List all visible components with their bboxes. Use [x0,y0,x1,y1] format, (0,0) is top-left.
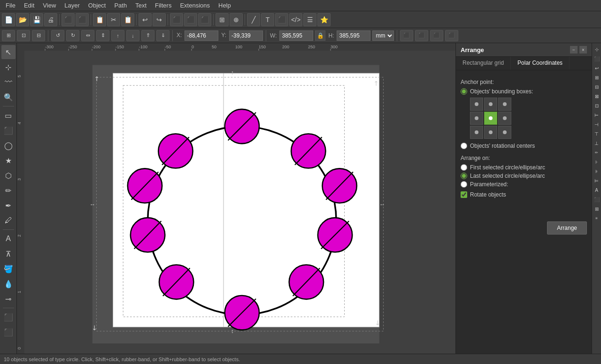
canvas-area[interactable]: -300 -250 -200 -150 -100 -50 0 50 100 15… [17,43,455,354]
anchor-cell-8[interactable] [498,126,511,139]
snap-page-btn[interactable]: ↩ [593,64,601,72]
align-btn[interactable]: ☰ [303,13,316,26]
radio-last[interactable] [461,173,467,179]
radio-rotational-label[interactable]: Objects' rotational centers [470,143,535,149]
radio-rotational[interactable] [461,143,467,149]
raise-top-btn[interactable]: ⇑ [141,30,154,41]
checkbox-rotate-label[interactable]: Rotate objects [470,191,506,198]
export-btn[interactable]: ⬛ [76,13,89,26]
snap-other4-btn[interactable]: ⊣ [593,120,601,129]
rect-tool[interactable]: ▭ [1,108,15,122]
import-btn[interactable]: ⬛ [62,13,75,26]
star-tool[interactable]: ★ [1,153,15,167]
anchor-cell-6[interactable] [470,126,483,139]
text-tool-btn[interactable]: T [261,13,274,26]
menu-text[interactable]: Text [131,1,150,10]
snap-other11-btn[interactable]: A [593,186,601,194]
connector-tool[interactable]: ⊸ [1,292,15,306]
select-all-btn[interactable]: ⊞ [2,30,15,41]
lower-btn[interactable]: ↓ [126,30,139,41]
transform-dialog-btn[interactable]: ⬛ [400,30,413,41]
zoom-page-btn[interactable]: ⬛ [198,13,211,26]
xml-btn[interactable]: </> [289,13,302,26]
polygon-tool[interactable]: ⬡ [1,168,15,182]
lock-aspect-btn[interactable]: 🔒 [315,30,325,41]
tab-rectangular[interactable]: Rectangular grid [456,57,511,70]
node-tool[interactable]: ⊹ [1,60,15,74]
redo-btn[interactable]: ↪ [153,13,166,26]
canvas-content[interactable]: ↖ ↗ ↙ ↘ ↕ ↕ ↔ ↔ [24,51,455,354]
zoom-fit-btn[interactable]: ⬛ [170,13,183,26]
snap-other7-btn[interactable]: ✏ [593,148,601,157]
grid-btn[interactable]: ⊞ [216,13,229,26]
radio-first[interactable] [461,164,467,171]
save-btn[interactable]: 💾 [30,13,43,26]
lower-bot-btn[interactable]: ⇓ [156,30,170,41]
distribute-btn[interactable]: ⬛ [430,30,443,41]
radio-first-label[interactable]: First selected circle/ellipse/arc [470,164,545,171]
anchor-cell-4[interactable] [484,112,497,125]
menu-path[interactable]: Path [110,1,131,10]
menu-filters[interactable]: Filters [151,1,175,10]
menu-file[interactable]: File [2,1,19,10]
anchor-cell-0[interactable] [470,98,483,111]
radio-param[interactable] [461,181,467,188]
raise-btn[interactable]: ↑ [111,30,124,41]
radio-bounding[interactable] [461,88,467,95]
3d-box-tool[interactable]: ⬛ [1,123,15,137]
line-btn[interactable]: ╱ [247,13,260,26]
filter-effects-btn[interactable]: ⭐ [317,13,331,26]
menu-layer[interactable]: Layer [61,1,84,10]
open-btn[interactable]: 📂 [16,13,29,26]
menu-extensions[interactable]: Extensions [176,1,214,10]
menu-edit[interactable]: Edit [20,1,38,10]
measure-btn[interactable]: ⬛ [445,30,458,41]
menu-help[interactable]: Help [215,1,235,10]
cut-btn[interactable]: ✂ [107,13,120,26]
select-same-btn[interactable]: ⊡ [17,30,30,41]
snap-bbox-btn[interactable]: ⬛ [593,54,601,63]
tab-polar[interactable]: Polar Coordinates [511,57,570,70]
snap-other9-btn[interactable]: ⊧ [593,167,601,175]
radio-last-label[interactable]: Last selected circle/ellipse/arc [470,173,545,179]
layers-btn[interactable]: ⬛ [275,13,288,26]
snap-other3-btn[interactable]: ⊢ [593,111,601,119]
circle-tool[interactable]: ◯ [1,138,15,152]
rotate-cw-btn[interactable]: ↻ [66,30,79,41]
anchor-cell-7[interactable] [484,126,497,139]
h-input[interactable] [337,30,370,41]
menu-view[interactable]: View [39,1,60,10]
snap-other5-btn[interactable]: ⊤ [593,129,601,138]
gradient-tool[interactable]: ⊼ [1,247,15,261]
snap-btn[interactable]: ⊕ [230,13,243,26]
radio-param-label[interactable]: Parameterized: [470,181,508,188]
flip-h-btn[interactable]: ⇔ [81,30,94,41]
pencil-tool[interactable]: ✏ [1,183,15,197]
y-input[interactable] [229,30,263,41]
arrange-button[interactable]: Arrange [547,221,587,235]
drawing-canvas[interactable]: ↖ ↗ ↙ ↘ ↕ ↕ ↔ ↔ [24,51,455,354]
anchor-cell-1[interactable] [484,98,497,111]
anchor-cell-3[interactable] [470,112,483,125]
move-down-btn[interactable]: ⬛ [1,310,15,324]
unit-select[interactable]: mm px cm in [372,30,394,41]
zoom-select-btn[interactable]: ⬛ [184,13,197,26]
transform-btn[interactable]: ↺ [51,30,64,41]
snap-other1-btn[interactable]: ⊠ [593,92,601,100]
snap-grids-btn[interactable]: ⊞ [593,73,601,82]
snap-other14-btn[interactable]: ≡ [593,214,601,222]
w-input[interactable] [279,30,313,41]
copy-btn[interactable]: 📋 [93,13,106,26]
snap-other12-btn[interactable]: ⬛ [593,195,601,204]
panel-close-btn[interactable]: × [579,46,587,53]
paint-bucket-tool[interactable]: 🪣 [1,262,15,276]
print-btn[interactable]: 🖨 [44,13,57,26]
snap-other10-btn[interactable]: ⊨ [593,176,601,185]
select-touch-btn[interactable]: ⊟ [32,30,45,41]
pen-tool[interactable]: ✒ [1,198,15,212]
anchor-cell-2[interactable] [498,98,511,111]
snap-other6-btn[interactable]: ⊥ [593,139,601,147]
checkbox-rotate[interactable] [461,191,467,198]
paste-btn[interactable]: 📋 [121,13,134,26]
snap-other2-btn[interactable]: ⊡ [593,101,601,110]
